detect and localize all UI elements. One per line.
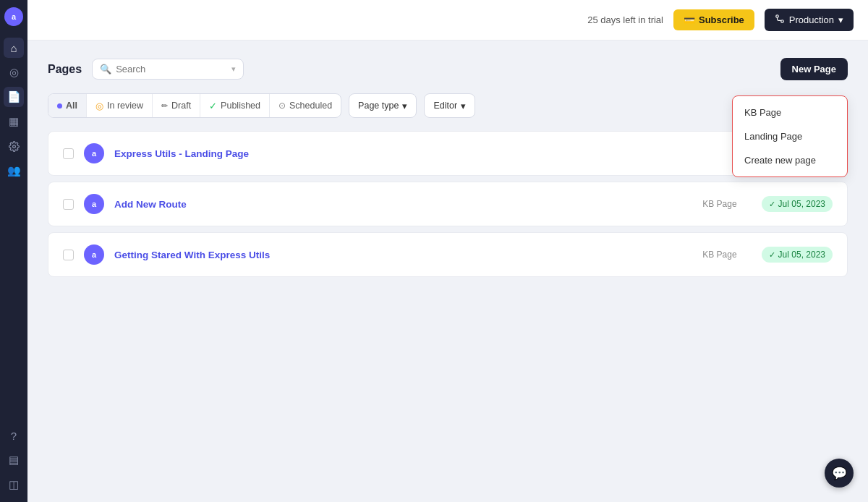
- editor-filter[interactable]: Editor ▾: [424, 93, 475, 118]
- sidebar-item-layers[interactable]: ◫: [4, 475, 24, 495]
- search-box[interactable]: 🔍 ▾: [92, 59, 244, 80]
- sidebar-item-home[interactable]: ⌂: [4, 38, 24, 58]
- sidebar-item-help[interactable]: ?: [4, 425, 24, 446]
- table-row: a Add New Route KB Page ✓ Jul 05, 2023: [48, 182, 848, 226]
- chevron-down-icon[interactable]: ▾: [231, 64, 236, 74]
- chevron-down-icon: ▾: [461, 101, 466, 111]
- header: 25 days left in trial 💳 Subscribe Produc…: [27, 0, 868, 41]
- page-title: Pages: [48, 63, 82, 76]
- clock-icon: ⊙: [278, 101, 286, 111]
- page-type-3: KB Page: [702, 250, 736, 260]
- sidebar: a ⌂ ◎ 📄 ▦ 👥 ? ▤ ◫: [0, 0, 27, 502]
- page-type-filter[interactable]: Page type ▾: [349, 93, 417, 118]
- chat-button[interactable]: 💬: [825, 459, 854, 488]
- search-icon: 🔍: [100, 64, 111, 75]
- subscribe-icon: 💳: [684, 14, 695, 25]
- page-name-2[interactable]: Add New Route: [114, 199, 692, 210]
- new-page-button[interactable]: New Page: [780, 58, 848, 80]
- filter-tab-scheduled-label: Scheduled: [289, 101, 332, 111]
- sidebar-item-notes[interactable]: ▤: [4, 450, 24, 470]
- filter-tab-draft-label: Draft: [171, 101, 191, 111]
- main-content: 25 days left in trial 💳 Subscribe Produc…: [27, 0, 868, 502]
- filter-row: All ◎ In review ✏ Draft ✓ Published ⊙ Sc…: [48, 93, 848, 118]
- pages-header: Pages 🔍 ▾ New Page: [48, 58, 848, 80]
- svg-point-1: [776, 15, 779, 18]
- check-icon: ✓: [769, 200, 775, 209]
- search-input[interactable]: [116, 64, 227, 75]
- svg-point-0: [12, 145, 15, 148]
- branch-icon: [775, 14, 785, 26]
- page-type-label: Page type: [358, 101, 399, 111]
- page-checkbox-2[interactable]: [63, 199, 74, 210]
- filter-tab-published-label: Published: [221, 101, 260, 111]
- page-date-text-2: Jul 05, 2023: [778, 199, 825, 209]
- page-avatar-1: a: [84, 143, 104, 163]
- page-checkbox-3[interactable]: [63, 250, 74, 260]
- filter-tab-scheduled[interactable]: ⊙ Scheduled: [270, 94, 341, 117]
- page-checkbox-1[interactable]: [63, 148, 74, 159]
- page-type-2: KB Page: [702, 199, 736, 209]
- chat-icon: 💬: [832, 466, 847, 481]
- chevron-down-icon: ▾: [838, 14, 843, 25]
- filter-tab-inreview-label: In review: [107, 101, 143, 111]
- dot-inreview: ◎: [95, 101, 103, 111]
- sidebar-item-grid[interactable]: ▦: [4, 111, 24, 132]
- table-row: a Getting Stared With Express Utils KB P…: [48, 232, 848, 277]
- sidebar-item-pages[interactable]: 📄: [4, 87, 24, 107]
- avatar[interactable]: a: [4, 7, 23, 26]
- page-name-1[interactable]: Express Utils - Landing Page: [114, 148, 727, 159]
- pencil-icon: ✏: [161, 101, 168, 111]
- content-area: Pages 🔍 ▾ New Page All ◎ In review: [27, 41, 868, 502]
- svg-point-2: [781, 20, 784, 23]
- dot-all: [57, 103, 62, 109]
- chevron-down-icon: ▾: [402, 101, 407, 111]
- pages-list: a Express Utils - Landing Page ✓ Jul 06,…: [48, 131, 848, 283]
- filter-tab-draft[interactable]: ✏ Draft: [153, 94, 200, 117]
- sidebar-item-activity[interactable]: ◎: [4, 62, 24, 82]
- dropdown-item-landing-page[interactable]: Landing Page: [733, 124, 847, 148]
- page-name-3[interactable]: Getting Stared With Express Utils: [114, 250, 692, 260]
- filter-tabs: All ◎ In review ✏ Draft ✓ Published ⊙ Sc…: [48, 93, 341, 118]
- filter-tab-all[interactable]: All: [48, 94, 87, 117]
- trial-text: 25 days left in trial: [587, 14, 663, 25]
- page-avatar-2: a: [84, 194, 104, 214]
- filter-tab-inreview[interactable]: ◎ In review: [87, 94, 153, 117]
- dropdown-item-create-new[interactable]: Create new page: [733, 148, 847, 172]
- sidebar-item-users[interactable]: 👥: [4, 161, 24, 181]
- page-date-text-3: Jul 05, 2023: [778, 250, 825, 260]
- table-row: a Express Utils - Landing Page ✓ Jul 06,…: [48, 131, 848, 176]
- page-date-2: ✓ Jul 05, 2023: [762, 196, 833, 212]
- filter-tab-published[interactable]: ✓ Published: [200, 94, 270, 117]
- production-button[interactable]: Production ▾: [765, 9, 854, 31]
- page-avatar-3: a: [84, 244, 104, 265]
- pages-header-left: Pages 🔍 ▾: [48, 59, 244, 80]
- page-date-3: ✓ Jul 05, 2023: [762, 247, 833, 263]
- dropdown-item-kb-page[interactable]: KB Page: [733, 101, 847, 124]
- filter-tab-all-label: All: [66, 101, 77, 111]
- new-page-dropdown: KB Page Landing Page Create new page: [732, 95, 848, 177]
- check-icon: ✓: [769, 250, 775, 260]
- editor-label: Editor: [433, 101, 457, 111]
- sidebar-item-settings[interactable]: [4, 136, 24, 156]
- subscribe-button[interactable]: 💳 Subscribe: [673, 9, 754, 30]
- check-icon-published: ✓: [209, 101, 217, 111]
